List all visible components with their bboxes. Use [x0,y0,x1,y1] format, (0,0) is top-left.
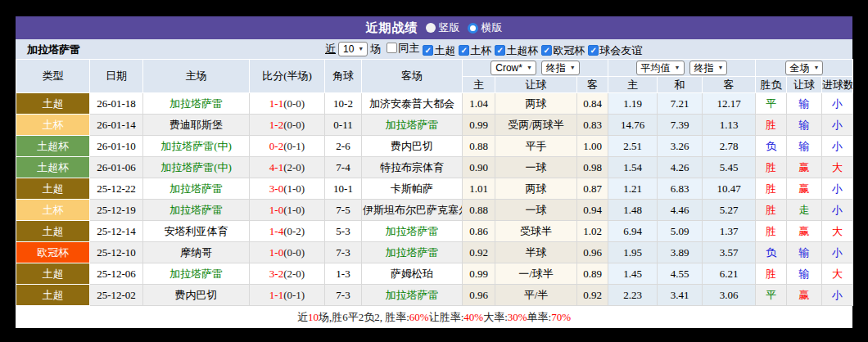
competition-filter-球会友谊[interactable]: ✓球会友谊 [588,43,642,58]
result-outcome: 胜 [756,157,787,178]
bookmaker-select-value: Crow* [495,62,522,74]
chevron-down-icon: ▼ [675,62,680,74]
match-date: 26-01-18 [90,93,143,115]
odds-stage-select[interactable]: 终指▼ [541,61,580,75]
avg-away-odds: 1.37 [703,221,756,242]
checkbox-unchecked-icon[interactable] [387,43,397,53]
layout-vertical-option[interactable]: 竖版 [426,20,460,35]
match-score: 1-4(0-2) [250,221,325,242]
result-outcome: 平 [756,93,787,115]
checkbox-checked-icon[interactable]: ✓ [495,45,505,56]
average-selects-cell: 平均值▼ 终指▼ [608,60,756,77]
odds-home: 0.86 [463,221,495,242]
col-header-home: 主场 [143,60,250,93]
home-team: 费迪耶斯堡 [143,115,250,136]
avg-home-odds: 1.54 [608,157,658,178]
odds-handicap-line: 受两/两球半 [495,115,577,136]
match-score: 1-0(0-0) [250,242,325,263]
avg-draw-odds: 4.55 [658,263,703,285]
match-date: 25-12-10 [90,242,143,263]
result-handicap: 赢 [787,285,822,306]
competition-filter-土超杯[interactable]: ✓土超杯 [495,43,538,58]
result-outcome: 胜 [756,178,787,200]
avg-away-odds: 3.06 [703,285,756,306]
match-date: 26-01-06 [90,157,143,178]
average-select[interactable]: 平均值▼ [636,61,685,75]
competition-filter-土超[interactable]: ✓土超 [423,43,455,58]
odds-home: 0.88 [463,136,495,157]
match-score: 1-1(0-0) [250,93,325,115]
match-date: 25-12-22 [90,178,143,200]
avg-home-odds: 1.19 [608,93,658,115]
competition-filter-欧冠杯[interactable]: ✓欧冠杯 [541,43,585,58]
corner-count: 10-1 [325,178,362,200]
match-date: 26-01-14 [90,115,143,136]
avg-draw-odds: 3.89 [658,242,703,263]
odds-home: 0.92 [463,242,495,263]
results-table: 类型 日期 主场 比分(半场) 角球 客场 Crow*▼ 终指▼ 平均值▼ 终指… [16,59,853,306]
avg-draw-odds: 7.21 [658,93,703,115]
match-row: 土杯25-12-19加拉塔萨雷1-0(1-0)7-5伊斯坦布尔巴萨克塞尔0.88… [16,200,853,221]
competition-filter-label: 同主 [398,41,419,56]
competition-badge: 土杯 [16,115,90,136]
radio-selected-icon[interactable] [468,23,478,34]
odds-away: 0.94 [577,200,608,221]
avg-away-odds: 3.57 [703,242,756,263]
odds-away: 1.02 [577,221,608,242]
result-handicap: 输 [787,93,822,115]
competition-badge: 土超杯 [16,136,90,157]
match-score: 1-2(0-0) [250,115,325,136]
match-date: 25-12-14 [90,221,143,242]
avg-home-odds: 2.51 [608,136,658,157]
summary-segment: 让胜率: [429,310,464,325]
chevron-down-icon: ▼ [570,62,576,74]
away-team: 加拉塔萨雷 [362,115,463,136]
match-row: 土杯26-01-14费迪耶斯堡1-2(0-0)0-11加拉塔萨雷0.99受两/两… [16,115,853,136]
odds-handicap-line: 受球半 [495,221,577,242]
odds-home: 1.01 [463,178,495,200]
result-goals: 小 [822,242,853,263]
away-team: 加拉塔萨雷 [362,242,463,263]
avg-away-odds: 10.47 [703,178,756,200]
result-goals: 小 [822,178,853,200]
scope-select[interactable]: 全场▼ [785,61,824,75]
checkbox-checked-icon[interactable]: ✓ [588,45,599,56]
away-team: 加拉塔萨雷 [362,285,463,306]
odds-handicap-line: 平/半 [495,285,577,306]
radio-unselected-icon[interactable] [426,23,436,33]
corner-count: 5-3 [325,221,362,242]
competition-filter-label: 球会友谊 [599,43,642,58]
odds-away: 0.96 [577,242,608,263]
odds-away: 0.89 [577,263,608,285]
match-rows: 土超26-01-18加拉塔萨雷1-1(0-0)10-2加济安泰普大都会1.04两… [16,93,853,306]
checkbox-checked-icon[interactable]: ✓ [541,45,552,56]
result-handicap: 赢 [787,157,822,178]
competition-filter-label: 土超 [434,43,455,58]
layout-horizontal-option[interactable]: 横版 [468,20,503,35]
competition-filter-同主[interactable]: 同主 [387,41,419,56]
home-team: 安塔利亚体育 [143,221,250,242]
table-header: 类型 日期 主场 比分(半场) 角球 客场 Crow*▼ 终指▼ 平均值▼ 终指… [16,60,853,93]
odds-away: 0.92 [577,285,608,306]
result-goals: 小 [822,115,853,136]
avg-draw-odds: 6.83 [658,178,703,200]
filter-controls: 近 10 ▼ 场 同主✓土超✓土杯✓土超杯✓欧冠杯✓球会友谊 [325,39,642,59]
avg-stage-select-value: 终指 [694,62,714,74]
checkbox-checked-icon[interactable]: ✓ [459,45,469,56]
odds-home: 0.99 [463,115,495,136]
recent-count-select[interactable]: 10 ▼ [338,42,368,56]
avg-stage-select[interactable]: 终指▼ [689,61,728,75]
avg-home-odds: 14.76 [608,115,658,136]
sub-header-wdl: 胜负 [756,77,787,93]
bookmaker-select[interactable]: Crow*▼ [491,61,536,75]
competition-filter-土杯[interactable]: ✓土杯 [459,43,491,58]
layout-horizontal-label: 横版 [481,20,503,35]
avg-draw-odds: 7.39 [658,115,703,136]
team-name: 加拉塔萨雷 [27,43,80,57]
result-goals: 小 [822,285,853,306]
average-select-value: 平均值 [641,62,671,74]
avg-home-odds: 1.95 [608,242,658,263]
odds-home: 0.96 [463,285,495,306]
away-team: 费内巴切 [362,136,463,157]
checkbox-checked-icon[interactable]: ✓ [423,45,433,56]
